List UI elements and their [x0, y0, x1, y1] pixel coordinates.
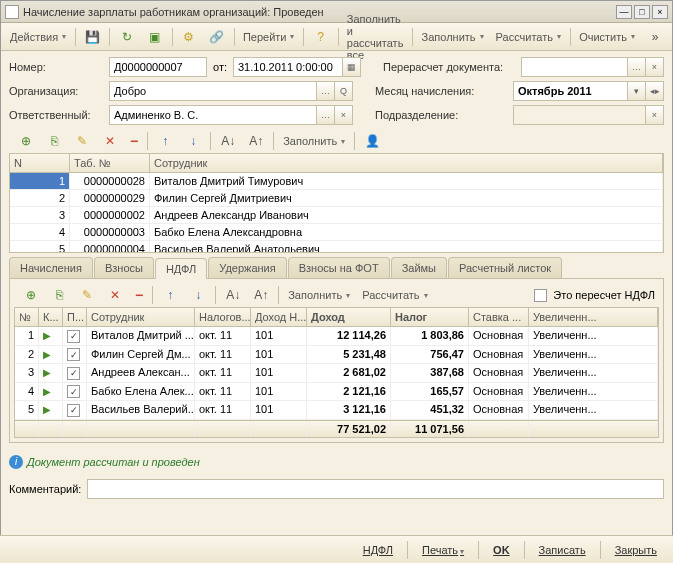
tab-payslip[interactable]: Расчетный листок: [448, 257, 562, 278]
close-form-button[interactable]: Закрыть: [607, 541, 665, 559]
fill-menu[interactable]: Заполнить: [417, 28, 489, 46]
g2-sort-asc-button[interactable]: A↓: [220, 284, 246, 306]
ndfl-grid[interactable]: № К... П... Сотрудник Налогов... Доход Н…: [14, 307, 659, 438]
table-row[interactable]: 10000000028Виталов Дмитрий Тимурович: [10, 173, 663, 190]
recalc-ndfl-checkbox[interactable]: [534, 289, 547, 302]
g2-col-k[interactable]: К...: [39, 308, 63, 326]
col-n[interactable]: N: [10, 154, 70, 172]
sort-desc-button[interactable]: A↑: [243, 130, 269, 152]
tab-ndfl[interactable]: НДФЛ: [155, 258, 207, 279]
g2-col-emp[interactable]: Сотрудник: [87, 308, 195, 326]
table-row[interactable]: 3▶✓Андреев Алексан...окт. 111012 681,023…: [15, 364, 658, 383]
bottom-bar: НДФЛ Печать OK Записать Закрыть: [0, 535, 673, 563]
g2-sort-desc-button[interactable]: A↑: [248, 284, 274, 306]
month-spinner-button[interactable]: ◂▸: [646, 81, 664, 101]
refresh-icon[interactable]: ↻: [114, 26, 140, 48]
tab-fot[interactable]: Взносы на ФОТ: [288, 257, 390, 278]
org-open-button[interactable]: Q: [335, 81, 353, 101]
tab-accruals[interactable]: Начисления: [9, 257, 93, 278]
save-icon[interactable]: 💾: [79, 26, 105, 48]
date-picker-button[interactable]: ▦: [343, 57, 361, 77]
settings-icon[interactable]: ⚙: [176, 26, 202, 48]
g2-calc-menu[interactable]: Рассчитать: [357, 286, 432, 304]
tab-loans[interactable]: Займы: [391, 257, 447, 278]
g2-col-income[interactable]: Доход: [307, 308, 391, 326]
g2-add-button[interactable]: ⊕: [18, 284, 44, 306]
g2-col-rate[interactable]: Ставка ...: [469, 308, 529, 326]
table-row[interactable]: 4▶✓Бабко Елена Алек...окт. 111012 121,16…: [15, 383, 658, 402]
sort-asc-button[interactable]: A↓: [215, 130, 241, 152]
table-row[interactable]: 40000000003Бабко Елена Александровна: [10, 224, 663, 241]
ndfl-button[interactable]: НДФЛ: [355, 541, 401, 559]
month-field[interactable]: Октябрь 2011: [513, 81, 628, 101]
row-checkbox[interactable]: ✓: [67, 367, 80, 380]
post-icon[interactable]: ▣: [142, 26, 168, 48]
resp-field[interactable]: Админенко В. С.: [109, 105, 317, 125]
g2-col-tax[interactable]: Налог: [391, 308, 469, 326]
recalc-select-button[interactable]: …: [628, 57, 646, 77]
org-field[interactable]: Добро: [109, 81, 317, 101]
row-checkbox[interactable]: ✓: [67, 330, 80, 343]
delete-all-button[interactable]: −: [125, 130, 143, 152]
g2-copy-button[interactable]: ⎘: [46, 284, 72, 306]
col-tabno[interactable]: Таб. №: [70, 154, 150, 172]
clear-menu[interactable]: Очистить: [574, 28, 640, 46]
goto-menu[interactable]: Перейти: [238, 28, 300, 46]
recalc-clear-button[interactable]: ×: [646, 57, 664, 77]
employees-grid[interactable]: N Таб. № Сотрудник 10000000028Виталов Дм…: [9, 153, 664, 253]
copy-row-button[interactable]: ⎘: [41, 130, 67, 152]
number-field[interactable]: Д0000000007: [109, 57, 207, 77]
dept-field[interactable]: [513, 105, 646, 125]
maximize-button[interactable]: □: [634, 5, 650, 19]
resp-select-button[interactable]: …: [317, 105, 335, 125]
link-icon[interactable]: 🔗: [204, 26, 230, 48]
add-row-button[interactable]: ⊕: [13, 130, 39, 152]
g2-up-button[interactable]: ↑: [157, 284, 183, 306]
table-row[interactable]: 1▶✓Виталов Дмитрий ...окт. 1110112 114,2…: [15, 327, 658, 346]
row-checkbox[interactable]: ✓: [67, 404, 80, 417]
move-up-button[interactable]: ↑: [152, 130, 178, 152]
row-checkbox[interactable]: ✓: [67, 348, 80, 361]
g2-col-taxper[interactable]: Налогов...: [195, 308, 251, 326]
g2-col-n[interactable]: №: [15, 308, 39, 326]
table-row[interactable]: 30000000002Андреев Александр Иванович: [10, 207, 663, 224]
dept-clear-button[interactable]: ×: [646, 105, 664, 125]
g2-fill-menu[interactable]: Заполнить: [283, 286, 355, 304]
print-button[interactable]: Печать: [414, 541, 472, 559]
table-row[interactable]: 20000000029Филин Сергей Дмитриевич: [10, 190, 663, 207]
month-dropdown-button[interactable]: ▾: [628, 81, 646, 101]
grid1-fill-menu[interactable]: Заполнить: [278, 132, 350, 150]
ok-button[interactable]: OK: [485, 541, 518, 559]
actions-menu[interactable]: Действия: [5, 28, 71, 46]
col-employee[interactable]: Сотрудник: [150, 154, 663, 172]
row-checkbox[interactable]: ✓: [67, 385, 80, 398]
tab-contributions[interactable]: Взносы: [94, 257, 154, 278]
tab-deductions[interactable]: Удержания: [208, 257, 286, 278]
g2-delete-button[interactable]: ✕: [102, 284, 128, 306]
date-field[interactable]: 31.10.2011 0:00:00: [233, 57, 343, 77]
employee-icon[interactable]: 👤: [359, 130, 385, 152]
calc-menu[interactable]: Рассчитать: [491, 28, 566, 46]
table-row[interactable]: 50000000004Васильев Валерий Анатольевич: [10, 241, 663, 253]
delete-row-button[interactable]: ✕: [97, 130, 123, 152]
minimize-button[interactable]: —: [616, 5, 632, 19]
g2-col-p[interactable]: П...: [63, 308, 87, 326]
fill-calc-all-button[interactable]: Заполнить и рассчитать все: [342, 10, 409, 64]
g2-col-incn[interactable]: Доход Н...: [251, 308, 307, 326]
g2-edit-button[interactable]: ✎: [74, 284, 100, 306]
edit-row-button[interactable]: ✎: [69, 130, 95, 152]
help-icon[interactable]: ?: [308, 26, 334, 48]
comment-field[interactable]: [87, 479, 664, 499]
move-down-button[interactable]: ↓: [180, 130, 206, 152]
close-button[interactable]: ×: [652, 5, 668, 19]
resp-clear-button[interactable]: ×: [335, 105, 353, 125]
org-select-button[interactable]: …: [317, 81, 335, 101]
g2-down-button[interactable]: ↓: [185, 284, 211, 306]
more-icon[interactable]: »: [642, 26, 668, 48]
save-button[interactable]: Записать: [531, 541, 594, 559]
recalc-field[interactable]: [521, 57, 628, 77]
table-row[interactable]: 2▶✓Филин Сергей Дм...окт. 111015 231,487…: [15, 346, 658, 365]
table-row[interactable]: 5▶✓Васильев Валерий...окт. 111013 121,16…: [15, 401, 658, 420]
g2-delete-all-button[interactable]: −: [130, 284, 148, 306]
g2-col-inc2[interactable]: Увеличенн...: [529, 308, 658, 326]
